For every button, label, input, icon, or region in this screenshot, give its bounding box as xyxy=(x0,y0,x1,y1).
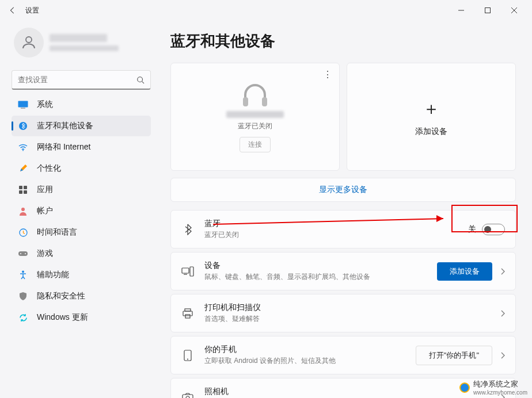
sidebar-item-label: 网络和 Internet xyxy=(37,142,90,152)
printers-subtitle: 首选项、疑难解答 xyxy=(204,314,492,324)
sidebar-item-windows-update[interactable]: Windows 更新 xyxy=(12,307,151,328)
bluetooth-toggle[interactable] xyxy=(482,224,505,235)
device-name-redacted xyxy=(226,111,284,118)
add-device-card[interactable]: ＋ 添加设备 xyxy=(347,63,516,171)
sidebar-item-accounts[interactable]: 帐户 xyxy=(12,201,151,221)
add-device-label: 添加设备 xyxy=(415,127,447,137)
bluetooth-icon xyxy=(181,223,194,236)
chevron-right-icon xyxy=(500,268,505,275)
svg-point-28 xyxy=(187,358,188,359)
user-email-redacted xyxy=(50,45,119,51)
devices-subtitle: 鼠标、键盘、触笔、音频、显示器和扩展坞、其他设备 xyxy=(204,272,437,282)
printers-title: 打印机和扫描仪 xyxy=(204,303,492,313)
shield-icon xyxy=(17,290,29,302)
svg-rect-21 xyxy=(182,268,189,273)
camera-icon xyxy=(181,391,194,399)
svg-rect-11 xyxy=(19,190,22,194)
svg-line-4 xyxy=(142,81,145,83)
svg-rect-9 xyxy=(19,186,22,189)
sidebar-item-network[interactable]: 网络和 Internet xyxy=(12,137,151,158)
svg-point-3 xyxy=(138,76,143,82)
sidebar-item-label: 隐私和安全性 xyxy=(37,291,85,301)
svg-rect-5 xyxy=(18,101,28,108)
page-title: 蓝牙和其他设备 xyxy=(170,31,516,51)
watermark-url: www.kzmyhome.com xyxy=(473,389,527,396)
bluetooth-subtitle: 蓝牙已关闭 xyxy=(204,230,468,240)
svg-point-18 xyxy=(22,271,24,273)
svg-rect-10 xyxy=(24,186,27,189)
svg-point-8 xyxy=(22,150,24,151)
sidebar-item-label: 系统 xyxy=(37,100,53,110)
toggle-label: 关 xyxy=(468,224,476,235)
sidebar-item-gaming[interactable]: 游戏 xyxy=(12,243,151,264)
devices-icon xyxy=(181,265,194,278)
sidebar-item-label: 帐户 xyxy=(37,206,53,216)
bluetooth-setting-row: 蓝牙 蓝牙已关闭 关 xyxy=(170,210,516,248)
svg-point-2 xyxy=(26,37,32,43)
back-button[interactable] xyxy=(5,2,21,18)
sidebar-item-label: 应用 xyxy=(37,185,53,195)
device-card[interactable]: ⋮ 蓝牙已关闭 连接 xyxy=(170,63,340,171)
minimize-button[interactable] xyxy=(448,1,474,20)
phone-setting-row[interactable]: 你的手机 立即获取 Android 设备的照片、短信及其他 打开"你的手机" xyxy=(170,336,516,374)
printers-setting-row[interactable]: 打印机和扫描仪 首选项、疑难解答 xyxy=(170,294,516,332)
svg-rect-26 xyxy=(185,315,190,318)
sidebar-item-label: 蓝牙和其他设备 xyxy=(37,121,93,131)
user-name-redacted xyxy=(50,34,107,42)
headphones-icon xyxy=(240,81,271,110)
apps-icon xyxy=(17,184,29,196)
gamepad-icon xyxy=(17,248,29,259)
sidebar-item-accessibility[interactable]: 辅助功能 xyxy=(12,265,151,285)
add-device-button[interactable]: 添加设备 xyxy=(437,262,492,281)
search-icon xyxy=(136,76,145,84)
chevron-right-icon xyxy=(500,310,505,317)
devices-setting-row[interactable]: 设备 鼠标、键盘、触笔、音频、显示器和扩展坞、其他设备 添加设备 xyxy=(170,252,516,290)
phone-icon xyxy=(181,349,194,362)
avatar xyxy=(14,28,44,58)
svg-rect-6 xyxy=(21,108,25,109)
bluetooth-title: 蓝牙 xyxy=(204,219,468,229)
svg-rect-25 xyxy=(183,311,192,316)
svg-rect-15 xyxy=(18,251,28,256)
update-icon xyxy=(17,312,29,323)
sidebar-item-personalization[interactable]: 个性化 xyxy=(12,158,151,179)
svg-rect-19 xyxy=(243,97,248,106)
window-title: 设置 xyxy=(25,6,39,16)
sidebar-item-apps[interactable]: 应用 xyxy=(12,179,151,200)
sidebar-item-label: 个性化 xyxy=(37,163,61,174)
phone-title: 你的手机 xyxy=(204,345,416,355)
svg-rect-20 xyxy=(262,97,267,106)
search-input[interactable] xyxy=(18,75,136,84)
accessibility-icon xyxy=(17,269,29,281)
sidebar-item-system[interactable]: 系统 xyxy=(12,94,151,115)
chevron-right-icon xyxy=(500,352,505,359)
plus-icon: ＋ xyxy=(423,97,440,121)
system-icon xyxy=(17,99,29,110)
sidebar-item-time-language[interactable]: 时间和语言 xyxy=(12,222,151,243)
sidebar-item-bluetooth[interactable]: 蓝牙和其他设备 xyxy=(12,116,151,136)
svg-point-13 xyxy=(21,208,25,211)
close-button[interactable] xyxy=(501,1,527,20)
svg-rect-1 xyxy=(485,8,491,13)
clock-globe-icon xyxy=(17,227,29,238)
maximize-button[interactable] xyxy=(474,1,501,20)
search-input-container[interactable] xyxy=(12,70,151,90)
devices-title: 设备 xyxy=(204,261,437,271)
watermark-logo-icon xyxy=(459,382,470,393)
sidebar-item-label: 辅助功能 xyxy=(37,270,69,280)
more-icon[interactable]: ⋮ xyxy=(323,69,332,80)
svg-point-16 xyxy=(20,253,21,254)
open-phone-button[interactable]: 打开"你的手机" xyxy=(416,346,492,365)
connect-button[interactable]: 连接 xyxy=(240,137,271,152)
sidebar-item-privacy[interactable]: 隐私和安全性 xyxy=(12,286,151,307)
phone-subtitle: 立即获取 Android 设备的照片、短信及其他 xyxy=(204,356,416,366)
sidebar-item-label: 游戏 xyxy=(37,248,53,259)
person-icon xyxy=(17,205,29,217)
user-profile[interactable] xyxy=(9,21,153,68)
svg-point-17 xyxy=(25,253,26,254)
sidebar-item-label: Windows 更新 xyxy=(37,312,88,323)
show-more-devices[interactable]: 显示更多设备 xyxy=(170,178,516,202)
wifi-icon xyxy=(17,141,29,153)
device-status: 蓝牙已关闭 xyxy=(238,121,272,131)
svg-rect-12 xyxy=(24,190,27,194)
